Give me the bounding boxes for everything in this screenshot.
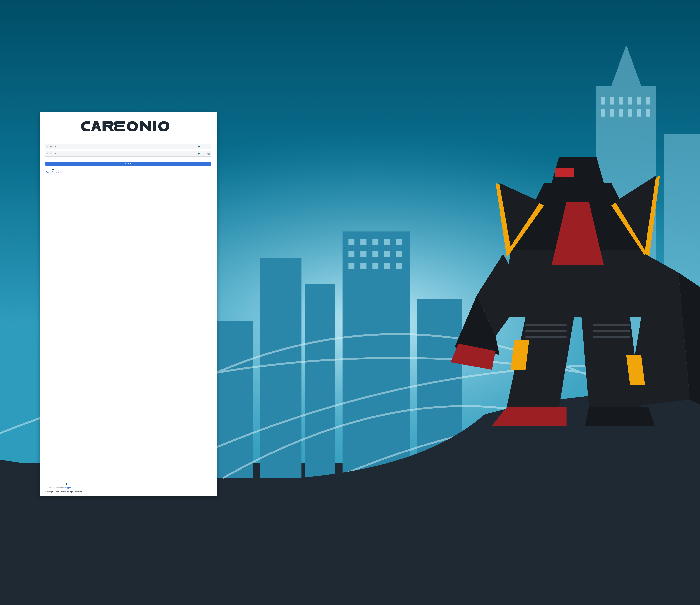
username-field-wrap: 1 <box>46 144 211 149</box>
tour-badge-3: 3 <box>52 168 54 170</box>
svg-marker-63 <box>585 407 655 426</box>
svg-rect-26 <box>372 251 378 257</box>
svg-rect-40 <box>601 109 605 117</box>
svg-rect-43 <box>628 109 632 117</box>
svg-marker-54 <box>555 168 574 177</box>
svg-rect-33 <box>396 263 402 269</box>
svg-rect-45 <box>646 109 650 117</box>
svg-rect-35 <box>610 97 614 104</box>
svg-rect-24 <box>348 251 354 257</box>
svg-rect-30 <box>360 263 367 269</box>
tour-badge-4: 4 <box>66 483 67 485</box>
svg-rect-72 <box>153 121 156 131</box>
tour-badge-2: 2 <box>198 153 200 154</box>
login-footer: 4 Your browser is fully supported Copyri… <box>46 486 211 493</box>
svg-rect-19 <box>348 239 354 245</box>
svg-rect-34 <box>601 97 605 104</box>
svg-rect-13 <box>305 284 335 478</box>
toggle-password-visibility-button[interactable] <box>207 152 210 156</box>
svg-rect-25 <box>360 251 367 257</box>
svg-rect-27 <box>384 251 390 257</box>
svg-rect-39 <box>646 97 650 104</box>
svg-rect-38 <box>637 97 641 104</box>
brand-logo <box>46 120 211 132</box>
login-button[interactable]: LOGIN <box>46 162 211 166</box>
svg-rect-23 <box>396 239 402 245</box>
svg-rect-29 <box>348 263 354 269</box>
svg-rect-21 <box>372 239 378 245</box>
svg-rect-37 <box>628 97 632 104</box>
svg-rect-32 <box>384 263 390 269</box>
svg-rect-44 <box>637 109 641 117</box>
svg-rect-36 <box>619 97 623 104</box>
svg-rect-28 <box>396 251 402 257</box>
svg-rect-31 <box>372 263 378 269</box>
svg-rect-22 <box>384 239 390 245</box>
check-icon <box>46 487 47 489</box>
login-card: 1 2 LOGIN Forget Password? 3 4 Your <box>40 112 217 496</box>
svg-rect-20 <box>360 239 367 245</box>
browser-support-link[interactable]: supported <box>66 486 74 489</box>
eye-off-icon <box>207 152 210 155</box>
tour-badge-1: 1 <box>198 146 200 147</box>
forgot-password-link[interactable]: Forget Password? <box>46 171 61 173</box>
password-field-wrap: 2 <box>46 151 211 156</box>
svg-rect-41 <box>610 109 614 117</box>
svg-rect-12 <box>260 258 301 478</box>
browser-support-text: Your browser is fully <box>48 486 65 489</box>
svg-rect-42 <box>619 109 623 117</box>
password-input[interactable] <box>46 151 211 156</box>
username-input[interactable] <box>46 144 211 149</box>
copyright-text: Copyright © 2024 Zextras, All rights res… <box>46 490 211 493</box>
